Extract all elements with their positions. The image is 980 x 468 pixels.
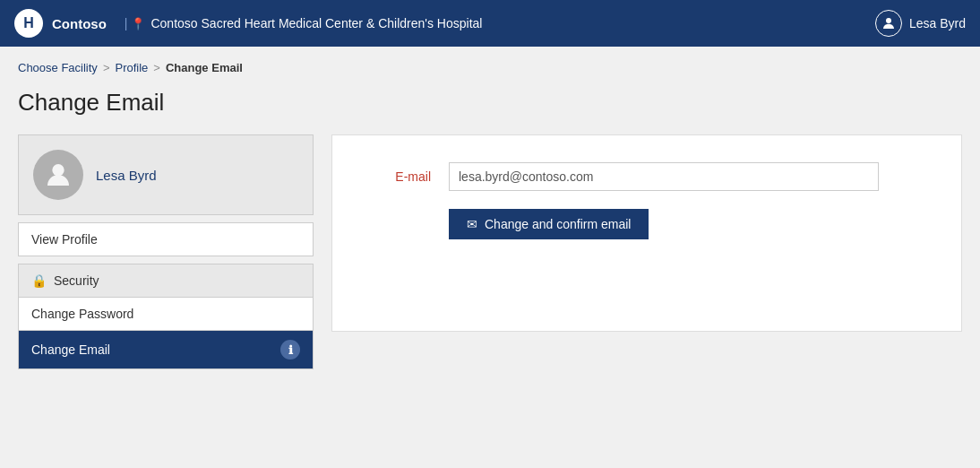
svg-point-1 (52, 164, 64, 176)
breadcrumb-sep-1: > (103, 61, 110, 74)
change-email-item[interactable]: Change Email ℹ (18, 331, 314, 369)
change-password-item[interactable]: Change Password (18, 298, 314, 331)
app-header: H Contoso | 📍 Contoso Sacred Heart Medic… (0, 0, 980, 47)
security-section-header: 🔒 Security (18, 264, 314, 298)
app-logo: H (14, 9, 43, 38)
sidebar-user-name: Lesa Byrd (96, 168, 157, 183)
envelope-icon: ✉ (467, 217, 477, 231)
sidebar: Lesa Byrd View Profile 🔒 Security Change… (18, 134, 314, 369)
header-divider: | (125, 16, 128, 30)
breadcrumb: Choose Facility > Profile > Change Email (18, 61, 962, 74)
user-avatar-icon (875, 10, 902, 37)
user-area: Lesa Byrd (875, 10, 966, 37)
breadcrumb-choose-facility[interactable]: Choose Facility (18, 61, 98, 74)
email-field-row: E-mail (359, 162, 934, 191)
svg-point-0 (886, 18, 891, 23)
view-profile-button[interactable]: View Profile (18, 222, 314, 256)
location-icon: 📍 (131, 17, 145, 30)
sidebar-profile-card: Lesa Byrd (18, 134, 314, 215)
facility-name: Contoso Sacred Heart Medical Center & Ch… (150, 16, 482, 30)
form-area: E-mail ✉ Change and confirm email (331, 134, 962, 332)
facility-info: 📍 Contoso Sacred Heart Medical Center & … (131, 16, 482, 30)
brand-name: Contoso (52, 16, 107, 31)
change-email-info-icon: ℹ (280, 340, 300, 360)
user-display-name: Lesa Byrd (909, 16, 966, 30)
email-input[interactable] (449, 162, 879, 191)
confirm-email-button[interactable]: ✉ Change and confirm email (449, 209, 649, 239)
page-wrapper: Choose Facility > Profile > Change Email… (0, 47, 980, 468)
breadcrumb-profile[interactable]: Profile (115, 61, 148, 74)
breadcrumb-current: Change Email (166, 61, 243, 74)
email-label: E-mail (359, 169, 431, 184)
page-title: Change Email (18, 89, 962, 117)
main-layout: Lesa Byrd View Profile 🔒 Security Change… (18, 134, 962, 369)
breadcrumb-sep-2: > (153, 61, 160, 74)
sidebar-avatar (33, 150, 83, 200)
lock-icon: 🔒 (31, 273, 47, 288)
security-label: Security (54, 273, 99, 288)
form-actions: ✉ Change and confirm email (359, 209, 934, 239)
